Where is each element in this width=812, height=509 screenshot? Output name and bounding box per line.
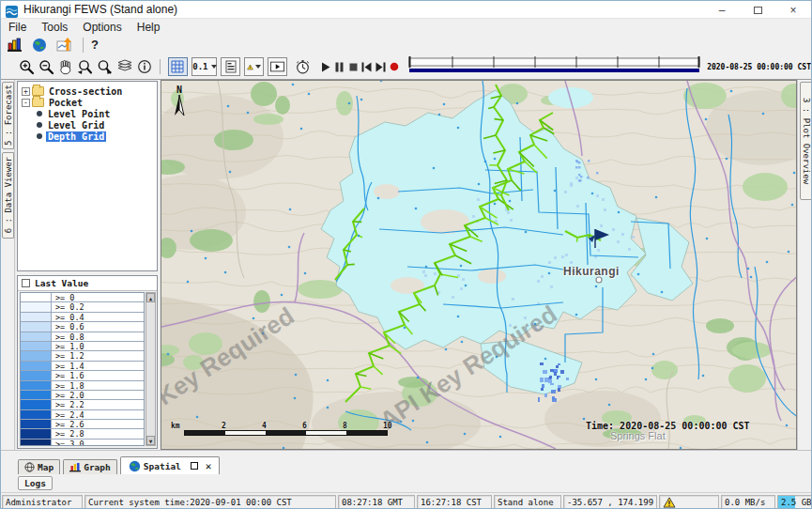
legend-threshold-label: >= 2.2 xyxy=(52,400,84,409)
help-button[interactable]: ? xyxy=(91,36,99,54)
stop-button[interactable] xyxy=(347,57,360,76)
interval-value: 0.1 xyxy=(192,62,207,71)
status-mode: Stand alone xyxy=(494,495,561,509)
legend-color-swatch xyxy=(21,313,52,321)
node-bullet-icon xyxy=(37,111,42,116)
map-display-button[interactable] xyxy=(32,36,47,54)
zoom-next-button[interactable] xyxy=(97,57,113,76)
info-button[interactable] xyxy=(137,57,152,76)
minimize-button[interactable]: – xyxy=(704,1,740,19)
legend-color-swatch xyxy=(21,410,52,419)
tab-plot-overview[interactable]: 3 : Plot Overview xyxy=(800,82,812,200)
left-tab-rail: 5 : Forecast 6 : Data Viewer xyxy=(1,80,15,450)
step-start-icon xyxy=(361,62,372,72)
legend-color-swatch xyxy=(21,381,52,390)
menu-tools[interactable]: Tools xyxy=(34,21,75,34)
record-button[interactable] xyxy=(389,57,401,76)
tree-item-level-grid[interactable]: Level Grid xyxy=(18,119,157,131)
status-bar: AdministratorCurrent system time:2020-09… xyxy=(1,492,811,509)
legend-threshold-label: >= 2.0 xyxy=(52,391,84,399)
timeline-slider[interactable] xyxy=(408,56,701,77)
pan-icon xyxy=(58,59,73,75)
legend-threshold-label: >= 0.4 xyxy=(52,313,84,321)
legend-color-swatch xyxy=(21,371,52,379)
app-logo-icon xyxy=(6,4,18,16)
step-start-button[interactable] xyxy=(361,57,374,76)
status-local-time: 16:27:18 CST xyxy=(417,495,492,509)
movie-player-button[interactable] xyxy=(268,57,287,76)
legend-color-swatch xyxy=(21,293,52,301)
status-user: Administrator xyxy=(2,495,83,509)
legend-row: >= 0.6 xyxy=(21,322,144,332)
main-toolbar: ? xyxy=(1,35,811,54)
legend-row: >= 3.0 xyxy=(21,440,144,446)
step-end-icon xyxy=(375,62,386,72)
tree-item-depth-grid[interactable]: Depth Grid xyxy=(18,131,157,142)
legend-button[interactable] xyxy=(221,57,240,76)
map-canvas[interactable] xyxy=(161,81,797,449)
zoom-out-icon xyxy=(38,59,54,75)
legend-color-swatch xyxy=(21,420,52,428)
node-bullet-icon xyxy=(37,133,42,139)
zoom-out-button[interactable] xyxy=(38,57,54,76)
tab-data-viewer[interactable]: 6 : Data Viewer xyxy=(2,152,14,239)
zoom-next-icon xyxy=(97,59,113,75)
tree-item-label: Cross-section xyxy=(47,86,124,97)
legend-row: >= 1.2 xyxy=(21,351,144,361)
tab-graph[interactable]: Graph xyxy=(63,459,117,474)
status-gmt-time: 08:27:18 GMT xyxy=(338,495,415,509)
warning-dropdown[interactable] xyxy=(244,57,264,76)
legend-row: >= 2.6 xyxy=(21,420,144,429)
legend-icon xyxy=(225,60,237,73)
status-memory: 2.5 GB xyxy=(777,495,812,509)
expand-toggle-icon[interactable]: + xyxy=(22,87,30,96)
logs-button[interactable]: Logs xyxy=(18,476,53,490)
datastore-button[interactable] xyxy=(7,36,23,54)
play-button[interactable] xyxy=(320,57,332,76)
close-button[interactable]: × xyxy=(775,1,811,19)
zoom-previous-button[interactable] xyxy=(77,57,93,76)
menu-help[interactable]: Help xyxy=(130,21,168,34)
timer-button[interactable] xyxy=(295,57,311,76)
step-end-button[interactable] xyxy=(375,57,387,76)
tab-forecast[interactable]: 5 : Forecast xyxy=(2,82,14,149)
legend-scrollbar[interactable]: ▲ ▼ xyxy=(146,292,156,446)
layers-button[interactable] xyxy=(116,57,133,76)
legend-threshold-label: >= 0 xyxy=(52,293,74,301)
legend-row: >= 0.8 xyxy=(21,332,144,342)
last-value-row: Last Value xyxy=(18,276,157,291)
legend-threshold-label: >= 1.8 xyxy=(52,381,84,390)
timeseries-display-button[interactable] xyxy=(56,36,75,54)
menu-file[interactable]: File xyxy=(1,21,34,34)
pause-button[interactable] xyxy=(334,57,346,76)
legend-row: >= 2.4 xyxy=(21,410,144,420)
tree-item-pocket[interactable]: -Pocket xyxy=(18,97,157,108)
tab-map[interactable]: Map xyxy=(18,459,60,474)
pan-button[interactable] xyxy=(58,57,73,76)
tree-item-label: Level Grid xyxy=(46,120,106,131)
tree-item-level-point[interactable]: Level Point xyxy=(18,108,157,119)
scroll-down-icon[interactable]: ▼ xyxy=(146,436,155,445)
tab-spatial[interactable]: Spatial ✕ xyxy=(120,456,221,474)
scroll-up-icon[interactable]: ▲ xyxy=(146,293,155,302)
legend-row: >= 1.4 xyxy=(21,362,144,371)
interval-dropdown[interactable]: 0.1 xyxy=(192,57,217,76)
menu-options[interactable]: Options xyxy=(75,21,129,34)
collapse-toggle-icon[interactable]: - xyxy=(22,99,30,107)
app-window: Hikurangi FEWS (Stand alone) – × FileToo… xyxy=(0,0,812,509)
status-system-time: Current system time:2020-09-01 00:00 CST xyxy=(84,495,336,509)
legend-color-swatch xyxy=(21,342,52,350)
movie-icon xyxy=(270,61,284,72)
legend-row: >= 1.6 xyxy=(21,371,144,380)
last-value-checkbox[interactable] xyxy=(22,279,30,287)
panel-close-icon[interactable]: ✕ xyxy=(206,460,212,472)
map-view[interactable]: N API Key Required API Key Required Hiku… xyxy=(161,80,797,450)
grid-display-button[interactable] xyxy=(168,57,188,76)
zoom-in-button[interactable] xyxy=(19,57,35,76)
panel-maximize-icon[interactable] xyxy=(191,462,198,470)
legend-row: >= 2.2 xyxy=(21,400,144,409)
status-coordinates: -35.657 , 174.199 xyxy=(563,495,657,509)
node-bullet-icon xyxy=(37,122,42,128)
timeseries-display-icon xyxy=(56,38,75,53)
maximize-button[interactable] xyxy=(740,1,775,19)
